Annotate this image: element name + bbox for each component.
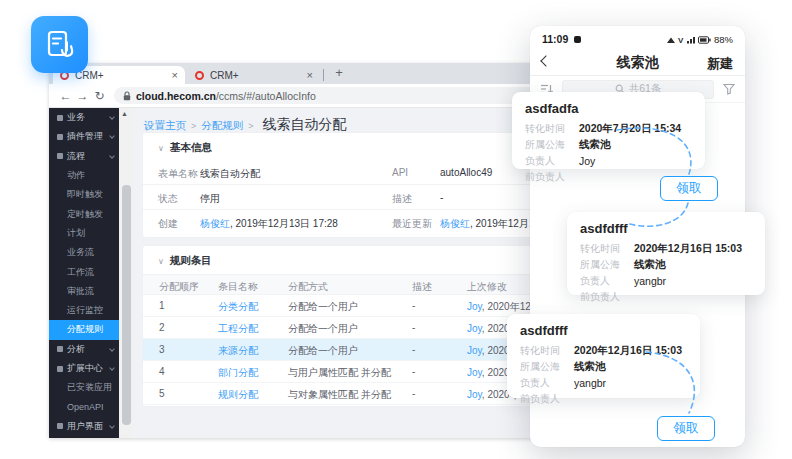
field-label: 描述: [392, 192, 412, 206]
field-label: 所属公海: [520, 360, 574, 374]
field-label: 负责人: [580, 274, 634, 288]
breadcrumb-sep-icon: >: [248, 121, 253, 131]
sidebar-item-timed-trigger[interactable]: 定时触发: [49, 204, 119, 223]
rule-entries-title[interactable]: ∨规则条目: [158, 254, 212, 268]
field-label: 前负责人: [520, 392, 574, 406]
browser-toolbar: ← → ↻ cloud.hecom.cn/ccms/#/autoAllocInf…: [49, 84, 560, 108]
process-icon: [57, 153, 63, 159]
rule-link[interactable]: 分类分配: [218, 300, 258, 314]
tab-crm-inactive[interactable]: CRM+ ×: [188, 66, 320, 84]
field-value: 2020年7月20日 15:34: [579, 122, 681, 136]
claim-button[interactable]: 领取: [660, 176, 718, 201]
url-bar[interactable]: cloud.hecom.cn/ccms/#/autoAllocInfo: [114, 87, 552, 104]
column-header: 条目名称: [218, 280, 258, 294]
rule-link[interactable]: 部门分配: [218, 366, 258, 380]
status-rec-icon: [574, 36, 581, 43]
basic-info-row: 状态 停用 描述 -: [143, 185, 560, 210]
table-row[interactable]: 1 分类分配 分配给一个用户 - Joy, 2020年12月24日 11: [143, 295, 560, 317]
rule-entries-card: ∨规则条目 分配顺序 条目名称 分配方式 描述 上次修改 1 分类分配 分配给一…: [143, 246, 560, 406]
field-value: 线索池: [579, 138, 611, 152]
phone-status-bar: 11:09 V 88%: [530, 26, 745, 48]
field-value: 线索自动分配: [200, 167, 260, 181]
user-link[interactable]: Joy: [467, 345, 482, 356]
claim-button[interactable]: 领取: [657, 416, 715, 441]
sidebar-item-action[interactable]: 动作: [49, 166, 119, 185]
column-header: 分配方式: [288, 280, 328, 294]
status-time: 11:09: [542, 33, 568, 45]
url-text: cloud.hecom.cn/ccms/#/autoAllocInfo: [136, 90, 316, 102]
breadcrumb-link-home[interactable]: 设置主页: [144, 119, 186, 133]
field-label: 表单名称: [158, 167, 198, 181]
back-icon[interactable]: ←: [57, 89, 74, 103]
lead-card[interactable]: asdfdfff 转化时间2020年12月16日 15:03 所属公海线索池 负…: [507, 314, 700, 398]
field-label: 转化时间: [580, 242, 634, 256]
table-row[interactable]: 5 规则分配 与对象属性匹配 并分配 - Joy, 2020年12: [143, 383, 560, 405]
column-header: 上次修改: [467, 280, 507, 294]
forward-icon[interactable]: →: [74, 89, 91, 103]
sidebar-item-process[interactable]: 流程: [49, 147, 119, 166]
sidebar-item-plan[interactable]: 计划: [49, 224, 119, 243]
sidebar-item-user-interface[interactable]: 用户界面: [49, 417, 119, 436]
sidebar-scrollbar[interactable]: ▲: [119, 108, 133, 438]
table-row-selected[interactable]: 3 来源分配 分配给一个用户 - Joy, 2020年12: [143, 339, 560, 361]
sidebar-item-installed-apps[interactable]: 已安装应用: [49, 378, 119, 397]
field-value: 2020年12月16日 15:03: [634, 242, 742, 256]
field-label: 负责人: [525, 154, 579, 168]
close-icon[interactable]: ×: [307, 70, 313, 81]
sidebar-item-business-flow[interactable]: 业务流: [49, 243, 119, 262]
close-icon[interactable]: ×: [172, 70, 178, 81]
column-header: 描述: [412, 280, 432, 294]
chevron-down-icon: [109, 153, 115, 159]
battery-percent: 88%: [714, 34, 733, 45]
filter-icon[interactable]: [723, 83, 735, 95]
field-value: yangbr: [574, 377, 606, 389]
breadcrumb-link-rules[interactable]: 分配规则: [201, 119, 243, 133]
table-row[interactable]: 4 部门分配 与用户属性匹配 并分配 - Joy, 2020年12: [143, 361, 560, 383]
column-header: 分配顺序: [159, 280, 199, 294]
sidebar-item-openapi[interactable]: OpenAPI: [49, 397, 119, 416]
sidebar-item-alloc-rules[interactable]: 分配规则: [49, 320, 119, 339]
sidebar-item-instant-trigger[interactable]: 即时触发: [49, 185, 119, 204]
user-link[interactable]: Joy: [467, 389, 482, 400]
field-value: 2020年12月16日 15:03: [574, 344, 682, 358]
sidebar-item-business[interactable]: 业务: [49, 108, 119, 127]
field-label: 负责人: [520, 376, 574, 390]
app-sidebar: 业务 插件管理 流程 动作 即时触发 定时触发 计划 业务流 工作流 审批流 运…: [49, 108, 119, 438]
lead-card[interactable]: asdfdfff 转化时间2020年12月16日 15:03 所属公海线索池 负…: [567, 212, 765, 295]
basic-info-title[interactable]: ∨基本信息: [158, 141, 212, 155]
lead-card[interactable]: asdfadfa 转化时间2020年7月20日 15:34 所属公海线索池 负责…: [512, 92, 705, 169]
ui-icon: [57, 423, 63, 429]
rule-link[interactable]: 工程分配: [218, 322, 258, 336]
basic-info-row: 创建 杨俊红, 2019年12月13日 17:28 最近更新 杨俊红, 2019…: [143, 210, 560, 235]
table-row[interactable]: 2 工程分配 分配给一个用户 - Joy, 2020年12: [143, 317, 560, 339]
sidebar-item-analysis[interactable]: 分析: [49, 340, 119, 359]
caret-down-icon: ∨: [158, 144, 164, 153]
rule-link[interactable]: 来源分配: [218, 344, 258, 358]
sidebar-item-plugins[interactable]: 插件管理: [49, 127, 119, 146]
sidebar-item-extension-center[interactable]: 扩展中心: [49, 359, 119, 378]
tab-title: CRM+: [75, 70, 168, 81]
user-link[interactable]: Joy: [467, 301, 482, 312]
chevron-down-icon: [109, 365, 115, 371]
scrollbar-thumb[interactable]: [122, 185, 131, 425]
rule-link[interactable]: 规则分配: [218, 388, 258, 402]
new-tab-button[interactable]: +: [331, 65, 347, 81]
field-value: yangbr: [634, 275, 666, 287]
new-button[interactable]: 新建: [707, 55, 733, 73]
sidebar-item-workflow[interactable]: 工作流: [49, 262, 119, 281]
user-link[interactable]: Joy: [467, 323, 482, 334]
reload-icon[interactable]: ↻: [91, 89, 108, 103]
field-label: 所属公海: [580, 258, 634, 272]
lead-title: asdfadfa: [525, 101, 692, 116]
user-link[interactable]: Joy: [467, 367, 482, 378]
field-label: 前负责人: [580, 290, 634, 304]
sidebar-item-approval-flow[interactable]: 审批流: [49, 282, 119, 301]
user-link[interactable]: 杨俊红: [440, 218, 470, 229]
lead-title: asdfdfff: [580, 221, 752, 236]
table-header-row: 分配顺序 条目名称 分配方式 描述 上次修改: [143, 274, 560, 295]
business-icon: [57, 115, 63, 121]
scroll-up-icon[interactable]: ▲: [121, 110, 128, 117]
sidebar-item-run-monitor[interactable]: 运行监控: [49, 301, 119, 320]
user-link[interactable]: 杨俊红: [200, 218, 230, 229]
caret-down-icon: ∨: [158, 257, 164, 266]
